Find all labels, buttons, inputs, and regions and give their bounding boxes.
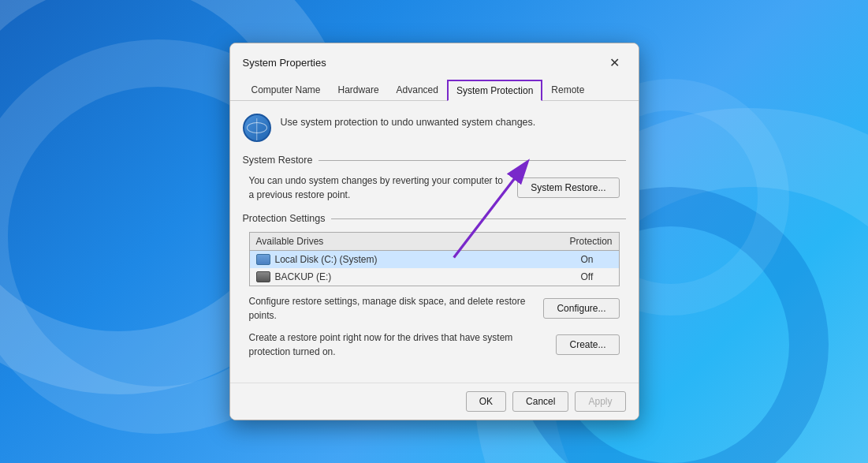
table-header: Available Drives Protection [250, 233, 619, 251]
tab-hardware[interactable]: Hardware [330, 80, 388, 101]
table-row-local-disk[interactable]: Local Disk (C:) (System) On [250, 251, 619, 268]
drive-name-e: BACKUP (E:) [275, 271, 332, 282]
dialog-footer: OK Cancel Apply [230, 383, 639, 420]
section-header-restore: System Restore [243, 155, 626, 166]
tab-system-protection[interactable]: System Protection [447, 80, 542, 101]
drive-cell-e: BACKUP (E:) [256, 271, 565, 282]
configure-button[interactable]: Configure... [543, 298, 619, 319]
col-drives: Available Drives [256, 236, 570, 247]
system-properties-dialog: System Properties ✕ Computer Name Hardwa… [229, 43, 639, 420]
create-text: Create a restore point right now for the… [249, 330, 544, 359]
tab-computer-name[interactable]: Computer Name [243, 80, 330, 101]
tab-advanced[interactable]: Advanced [388, 80, 447, 101]
section-header-protection: Protection Settings [243, 213, 626, 224]
create-button[interactable]: Create... [556, 334, 619, 355]
cancel-button[interactable]: Cancel [512, 391, 568, 412]
drive-icon-e [256, 271, 270, 282]
system-restore-button[interactable]: System Restore... [517, 177, 619, 198]
section-divider-restore [319, 160, 625, 161]
dialog-titlebar: System Properties ✕ [230, 43, 639, 73]
drive-icon-c [256, 254, 270, 265]
protection-status-c: On [565, 254, 613, 265]
ok-button[interactable]: OK [466, 391, 506, 412]
info-row: Use system protection to undo unwanted s… [243, 114, 626, 142]
drive-name-c: Local Disk (C:) (System) [275, 254, 378, 265]
dialog-title: System Properties [243, 57, 326, 69]
close-button[interactable]: ✕ [604, 51, 626, 73]
drive-cell-c: Local Disk (C:) (System) [256, 254, 565, 265]
protection-settings-title: Protection Settings [243, 213, 326, 224]
system-restore-section: System Restore You can undo system chang… [243, 155, 626, 202]
dialog-overlay: System Properties ✕ Computer Name Hardwa… [0, 0, 868, 463]
system-restore-title: System Restore [243, 155, 313, 166]
section-divider-protection [331, 218, 625, 219]
apply-button[interactable]: Apply [575, 391, 625, 412]
protection-table: Available Drives Protection Local Disk (… [249, 232, 620, 286]
dialog-body: Use system protection to undo unwanted s… [230, 101, 639, 383]
tab-remote[interactable]: Remote [542, 80, 593, 101]
info-text: Use system protection to undo unwanted s… [281, 114, 536, 128]
configure-text: Configure restore settings, manage disk … [249, 294, 531, 323]
system-protection-icon [243, 114, 271, 142]
protection-status-e: Off [565, 271, 613, 282]
system-restore-content: You can undo system changes by reverting… [243, 174, 626, 202]
table-row-backup[interactable]: BACKUP (E:) Off [250, 268, 619, 286]
tabs-container: Computer Name Hardware Advanced System P… [230, 73, 639, 101]
restore-description: You can undo system changes by reverting… [249, 174, 505, 202]
create-row: Create a restore point right now for the… [243, 330, 626, 359]
protection-settings-section: Protection Settings Available Drives Pro… [243, 213, 626, 359]
col-protection: Protection [569, 236, 612, 247]
configure-row: Configure restore settings, manage disk … [243, 294, 626, 323]
